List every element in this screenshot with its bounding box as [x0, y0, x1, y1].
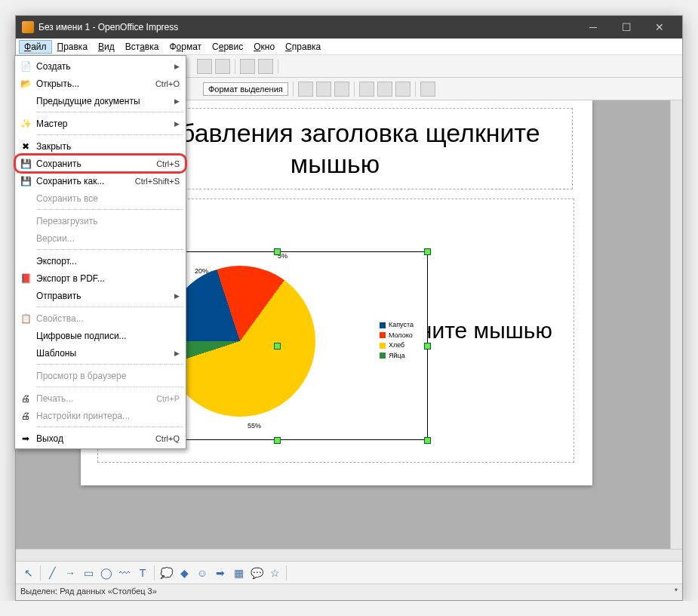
menuitem-label: Версии...	[36, 233, 180, 244]
menu-format[interactable]: Формат	[164, 40, 207, 54]
basic-shapes-icon[interactable]: ◆	[176, 565, 192, 581]
menuitem-закрыть[interactable]: ✖Закрыть	[15, 137, 186, 155]
arrow-icon[interactable]: →	[62, 565, 78, 581]
horizontal-scrollbar[interactable]	[16, 549, 682, 561]
menuitem-экспорт-в-pdf-[interactable]: 📕Экспорт в PDF...	[15, 270, 186, 287]
menuitem-label: Экспорт...	[36, 256, 180, 266]
menuitem-label: Настройки принтера...	[36, 411, 180, 421]
handle-ne[interactable]	[424, 248, 431, 255]
pointer-icon[interactable]: ↖	[20, 565, 37, 581]
text-icon[interactable]: T	[134, 565, 151, 581]
maximize-button[interactable]: ☐	[610, 16, 643, 38]
rectangle-icon[interactable]: ▭	[80, 565, 97, 581]
format-selection-button[interactable]: Формат выделения	[203, 82, 288, 96]
menu-tools[interactable]: Сервис	[207, 40, 248, 54]
toolbar-icon-3[interactable]	[334, 82, 349, 97]
save-as-icon: 💾	[18, 175, 33, 187]
menuitem-shortcut: Ctrl+Shift+S	[135, 177, 180, 186]
menuitem-отправить[interactable]: Отправить▶	[15, 287, 186, 304]
menuitem-экспорт-[interactable]: Экспорт...	[15, 252, 186, 270]
callout-icon[interactable]: 💭	[158, 565, 174, 581]
handle-s[interactable]	[274, 437, 281, 444]
blank-icon	[18, 215, 33, 227]
menuitem-label: Отправить	[36, 291, 174, 301]
pie-chart	[165, 266, 315, 417]
stars-icon[interactable]: ☆	[266, 565, 283, 581]
menuitem-label: Выход	[36, 433, 155, 444]
save-icon: 💾	[18, 158, 33, 170]
print-settings-icon: 🖨	[18, 410, 33, 422]
handle-n[interactable]	[274, 248, 281, 255]
folder-open-icon: 📂	[18, 78, 33, 90]
menuitem-настройки-принтера-: 🖨Настройки принтера...	[15, 407, 186, 424]
menuitem-shortcut: Ctrl+P	[156, 394, 180, 403]
toolbar-icon-1[interactable]	[298, 82, 313, 97]
block-arrows-icon[interactable]: ➡	[212, 565, 229, 581]
toolbar-icon-4[interactable]	[359, 82, 374, 97]
menuitem-shortcut: Ctrl+Q	[155, 434, 180, 443]
paste-icon[interactable]	[215, 59, 230, 74]
menu-file[interactable]: Файл	[19, 40, 52, 54]
menu-view[interactable]: Вид	[93, 40, 120, 54]
chart-legend: Капуста Молоко Хлеб Яйца	[380, 320, 414, 361]
app-window: Без имени 1 - OpenOffice Impress ─ ☐ ✕ Ф…	[15, 15, 683, 601]
menuitem-сохранить[interactable]: 💾СохранитьCtrl+S	[15, 155, 186, 172]
blank-icon	[18, 290, 33, 302]
menuitem-мастер[interactable]: ✨Мастер▶	[15, 115, 186, 132]
handle-center[interactable]	[274, 343, 281, 350]
close-button[interactable]: ✕	[643, 16, 676, 38]
menu-edit[interactable]: Правка	[52, 40, 94, 54]
file-menu-dropdown: 📄Создать▶📂Открыть...Ctrl+OПредыдущие док…	[14, 55, 186, 449]
pie-body	[165, 266, 315, 417]
redo-icon[interactable]	[258, 59, 273, 74]
menuitem-label: Предыдущие документы	[36, 96, 174, 106]
menuitem-label: Сохранить как...	[36, 176, 135, 186]
line-icon[interactable]: ╱	[44, 565, 60, 581]
document-new-icon: 📄	[18, 60, 33, 72]
menuitem-label: Сохранить	[36, 159, 156, 169]
print-icon: 🖨	[18, 393, 33, 405]
menu-bar: Файл Правка Вид Вставка Формат Сервис Ок…	[16, 38, 682, 55]
menuitem-сохранить-как-[interactable]: 💾Сохранить как...Ctrl+Shift+S	[15, 172, 186, 189]
submenu-arrow-icon: ▶	[174, 292, 180, 300]
pie-label-20: 20%	[195, 267, 208, 275]
menu-help[interactable]: Справка	[280, 40, 326, 54]
wizard-icon: ✨	[18, 118, 33, 130]
menuitem-просмотр-в-браузере: Просмотр в браузере	[15, 367, 186, 384]
submenu-arrow-icon: ▶	[174, 120, 180, 128]
menu-window[interactable]: Окно	[248, 40, 280, 54]
menuitem-цифровые-подписи-[interactable]: Цифровые подписи...	[15, 327, 186, 344]
undo-icon[interactable]	[240, 59, 255, 74]
menuitem-открыть-[interactable]: 📂Открыть...Ctrl+O	[15, 75, 186, 92]
flowcharts-icon[interactable]: ▦	[230, 565, 247, 581]
symbol-shapes-icon[interactable]: ☺	[194, 565, 211, 581]
menuitem-печать-: 🖨Печать...Ctrl+P	[15, 390, 186, 407]
menuitem-сохранить-все: Сохранить все	[15, 189, 186, 207]
toolbar-icon-5[interactable]	[377, 82, 392, 97]
properties-icon: 📋	[18, 313, 33, 325]
blank-icon	[18, 370, 33, 382]
blank-icon	[18, 347, 33, 359]
menuitem-создать[interactable]: 📄Создать▶	[15, 57, 186, 75]
menuitem-label: Закрыть	[36, 141, 180, 152]
copy-icon[interactable]	[197, 59, 212, 74]
handle-e[interactable]	[424, 343, 431, 350]
toolbar-icon-6[interactable]	[395, 82, 410, 97]
minimize-button[interactable]: ─	[577, 16, 610, 38]
blank-icon	[18, 330, 33, 342]
toolbar-icon-2[interactable]	[316, 82, 331, 97]
menuitem-выход[interactable]: ➡ВыходCtrl+Q	[15, 430, 186, 447]
menu-insert[interactable]: Вставка	[120, 40, 165, 54]
drawing-toolbar: ↖ ╱ → ▭ ◯ 〰 T 💭 ◆ ☺ ➡ ▦ 💬 ☆	[16, 561, 682, 584]
blank-icon	[18, 233, 33, 245]
ellipse-icon[interactable]: ◯	[98, 565, 115, 581]
blank-icon	[18, 255, 33, 267]
vertical-scrollbar[interactable]	[670, 100, 682, 549]
curve-icon[interactable]: 〰	[116, 565, 133, 581]
menuitem-шаблоны[interactable]: Шаблоны▶	[15, 344, 186, 362]
menuitem-label: Перезагрузить	[36, 216, 180, 226]
toolbar-icon-7[interactable]	[420, 82, 435, 97]
handle-se[interactable]	[424, 437, 431, 444]
menuitem-предыдущие-документы[interactable]: Предыдущие документы▶	[15, 92, 186, 109]
callouts-icon[interactable]: 💬	[248, 565, 265, 581]
